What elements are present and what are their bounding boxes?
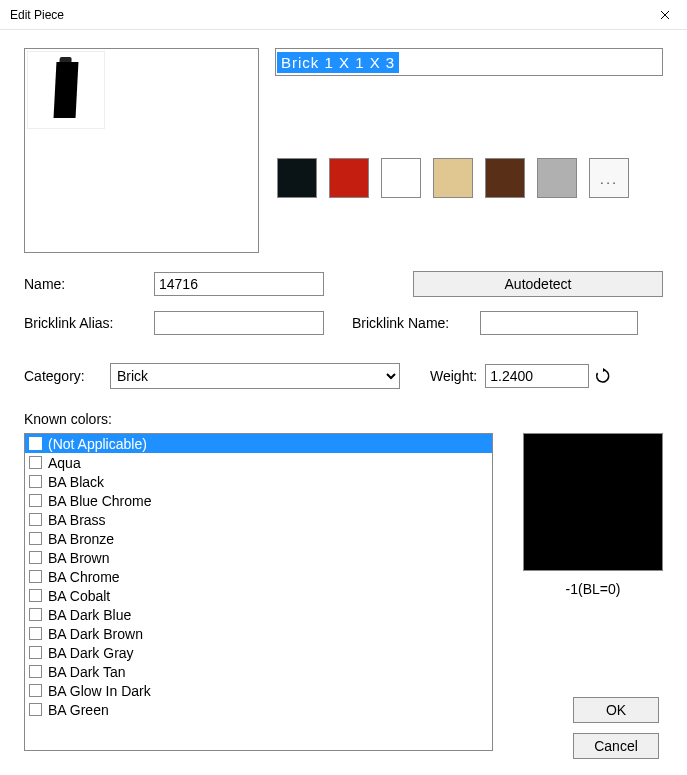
color-item-label: BA Brown <box>48 550 109 566</box>
piece-thumbnail <box>27 51 105 129</box>
color-item-label: (Not Applicable) <box>48 436 147 452</box>
swatch-tan[interactable] <box>433 158 473 198</box>
color-item[interactable]: BA Brown <box>25 548 492 567</box>
color-item[interactable]: BA Dark Blue <box>25 605 492 624</box>
color-item[interactable]: BA Dark Tan <box>25 662 492 681</box>
color-item[interactable]: Aqua <box>25 453 492 472</box>
swatch-gray[interactable] <box>537 158 577 198</box>
checkbox[interactable] <box>29 437 42 450</box>
known-colors-label: Known colors: <box>24 411 663 427</box>
autodetect-button[interactable]: Autodetect <box>413 271 663 297</box>
weight-label: Weight: <box>430 368 477 384</box>
swatch-red[interactable] <box>329 158 369 198</box>
brick-icon <box>54 62 79 118</box>
color-item-label: BA Dark Brown <box>48 626 143 642</box>
close-icon <box>660 10 670 20</box>
checkbox[interactable] <box>29 570 42 583</box>
color-item-label: BA Dark Tan <box>48 664 126 680</box>
checkbox[interactable] <box>29 456 42 469</box>
color-item-label: BA Dark Gray <box>48 645 134 661</box>
known-colors-list[interactable]: (Not Applicable)AquaBA BlackBA Blue Chro… <box>24 433 493 751</box>
checkbox[interactable] <box>29 475 42 488</box>
color-item[interactable]: BA Chrome <box>25 567 492 586</box>
color-item-label: BA Black <box>48 474 104 490</box>
window-title: Edit Piece <box>10 8 64 22</box>
color-item[interactable]: BA Cobalt <box>25 586 492 605</box>
piece-preview <box>24 48 259 253</box>
color-preview <box>523 433 663 571</box>
color-item[interactable]: BA Black <box>25 472 492 491</box>
description-input[interactable]: Brick 1 X 1 X 3 <box>275 48 663 76</box>
color-item-label: BA Blue Chrome <box>48 493 152 509</box>
color-item-label: BA Dark Blue <box>48 607 131 623</box>
checkbox[interactable] <box>29 646 42 659</box>
bricklink-alias-input[interactable] <box>154 311 324 335</box>
checkbox[interactable] <box>29 684 42 697</box>
checkbox[interactable] <box>29 589 42 602</box>
close-button[interactable] <box>642 0 687 30</box>
color-item[interactable]: BA Dark Gray <box>25 643 492 662</box>
color-item[interactable]: BA Blue Chrome <box>25 491 492 510</box>
checkbox[interactable] <box>29 627 42 640</box>
refresh-icon <box>595 368 611 384</box>
color-item[interactable]: (Not Applicable) <box>25 434 492 453</box>
weight-input[interactable] <box>485 364 589 388</box>
ok-button[interactable]: OK <box>573 697 659 723</box>
refresh-button[interactable] <box>595 368 611 384</box>
bricklink-alias-label: Bricklink Alias: <box>24 315 154 331</box>
color-item-label: BA Bronze <box>48 531 114 547</box>
checkbox[interactable] <box>29 551 42 564</box>
titlebar: Edit Piece <box>0 0 687 30</box>
color-item-label: BA Cobalt <box>48 588 110 604</box>
name-label: Name: <box>24 276 154 292</box>
color-item-label: BA Glow In Dark <box>48 683 151 699</box>
checkbox[interactable] <box>29 608 42 621</box>
cancel-button[interactable]: Cancel <box>573 733 659 759</box>
name-input[interactable] <box>154 272 324 296</box>
color-item[interactable]: BA Glow In Dark <box>25 681 492 700</box>
swatch-black[interactable] <box>277 158 317 198</box>
color-item-label: BA Brass <box>48 512 106 528</box>
swatch-more[interactable]: ... <box>589 158 629 198</box>
dialog-content: Brick 1 X 1 X 3 ... Name: Autodetect Bri… <box>0 30 687 761</box>
swatch-white[interactable] <box>381 158 421 198</box>
color-item[interactable]: BA Dark Brown <box>25 624 492 643</box>
color-item-label: BA Chrome <box>48 569 120 585</box>
category-select[interactable]: Brick <box>110 363 400 389</box>
color-swatches: ... <box>275 158 663 198</box>
category-label: Category: <box>24 368 102 384</box>
color-item[interactable]: BA Bronze <box>25 529 492 548</box>
checkbox[interactable] <box>29 703 42 716</box>
color-item[interactable]: BA Green <box>25 700 492 719</box>
color-item-label: Aqua <box>48 455 81 471</box>
checkbox[interactable] <box>29 665 42 678</box>
bricklink-name-label: Bricklink Name: <box>352 315 472 331</box>
color-item[interactable]: BA Brass <box>25 510 492 529</box>
bricklink-name-input[interactable] <box>480 311 638 335</box>
swatch-brown[interactable] <box>485 158 525 198</box>
checkbox[interactable] <box>29 532 42 545</box>
color-code: -1(BL=0) <box>566 581 621 597</box>
checkbox[interactable] <box>29 513 42 526</box>
description-text: Brick 1 X 1 X 3 <box>277 52 399 73</box>
checkbox[interactable] <box>29 494 42 507</box>
color-item-label: BA Green <box>48 702 109 718</box>
